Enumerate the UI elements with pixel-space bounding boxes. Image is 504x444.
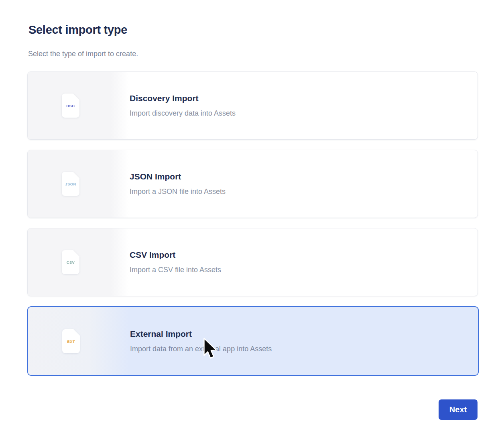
card-content: External Import Import data from an exte… [130, 328, 272, 354]
card-description: Import a CSV file into Assets [130, 265, 221, 275]
card-description: Import discovery data into Assets [130, 108, 236, 118]
import-option-external[interactable]: EXT External Import Import data from an … [27, 306, 479, 376]
card-content: CSV Import Import a CSV file into Assets [130, 249, 221, 275]
icon-zone: DSC [28, 72, 129, 139]
card-description: Import data from an external app into As… [130, 344, 272, 354]
import-option-discovery[interactable]: DSC Discovery Import Import discovery da… [27, 71, 478, 140]
svg-text:EXT: EXT [67, 339, 75, 344]
icon-zone: EXT [28, 307, 129, 375]
page-subtitle: Select the type of import to create. [28, 50, 138, 58]
ext-file-icon: EXT [62, 329, 80, 354]
card-title: CSV Import [130, 249, 221, 261]
card-description: Import a JSON file into Assets [130, 186, 226, 197]
icon-zone: CSV [28, 228, 129, 296]
svg-text:CSV: CSV [67, 260, 75, 265]
csv-file-icon: CSV [61, 250, 80, 275]
card-title: External Import [130, 328, 272, 340]
svg-text:JSON: JSON [65, 182, 76, 186]
card-content: JSON Import Import a JSON file into Asse… [130, 171, 226, 197]
import-option-csv[interactable]: CSV CSV Import Import a CSV file into As… [27, 228, 478, 296]
import-option-json[interactable]: JSON JSON Import Import a JSON file into… [27, 150, 478, 218]
icon-zone: JSON [28, 150, 129, 218]
next-button[interactable]: Next [439, 399, 478, 420]
select-import-type-dialog: Select import type Select the type of im… [0, 0, 504, 444]
card-content: Discovery Import Import discovery data i… [130, 93, 236, 118]
svg-text:DSC: DSC [66, 104, 75, 108]
json-file-icon: JSON [61, 171, 80, 196]
card-title: Discovery Import [130, 93, 236, 104]
page-title: Select import type [28, 23, 127, 37]
dsc-file-icon: DSC [61, 93, 80, 118]
card-title: JSON Import [130, 171, 226, 182]
